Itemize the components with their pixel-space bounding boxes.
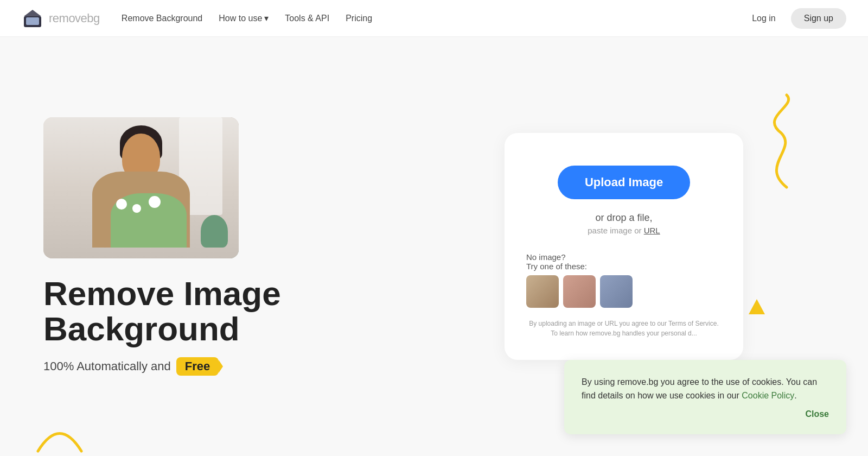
sample-image-1[interactable] (526, 275, 559, 308)
url-link[interactable]: URL (644, 226, 660, 235)
samples-section: No image? Try one of these: (526, 252, 722, 308)
login-button[interactable]: Log in (745, 9, 782, 28)
nav-remove-background[interactable]: Remove Background (122, 14, 202, 23)
nav-tools-api[interactable]: Tools & API (285, 14, 329, 23)
chevron-down-icon: ▾ (264, 13, 269, 23)
sample-image-3[interactable] (600, 275, 633, 308)
decoration-squiggle (749, 90, 803, 200)
no-image-label: No image? Try one of these: (526, 252, 722, 271)
navigation: removebg Remove Background How to use ▾ … (0, 0, 868, 37)
upload-image-button[interactable]: Upload Image (558, 166, 690, 199)
paste-text: paste image or URL (588, 226, 660, 235)
hero-image (43, 117, 239, 258)
svg-marker-3 (749, 299, 765, 314)
cookie-banner: By using remove.bg you agree to the use … (564, 360, 846, 434)
hero-title: Remove Image Background (43, 276, 423, 346)
right-panel: Upload Image or drop a file, paste image… (423, 133, 825, 360)
left-panel: Remove Image Background 100% Automatical… (43, 117, 423, 376)
logo[interactable]: removebg (22, 8, 100, 29)
upload-card: Upload Image or drop a file, paste image… (505, 133, 743, 360)
nav-pricing[interactable]: Pricing (346, 14, 372, 23)
nav-links: Remove Background How to use ▾ Tools & A… (122, 13, 745, 23)
decoration-arc (33, 421, 87, 456)
terms-text: By uploading an image or URL you agree t… (526, 319, 722, 338)
svg-marker-1 (24, 10, 41, 16)
svg-rect-2 (26, 17, 39, 25)
sample-images-row (526, 275, 722, 308)
free-badge: Free (176, 357, 219, 376)
hero-subtitle: 100% Automatically and Free (43, 357, 423, 376)
sample-image-2[interactable] (563, 275, 596, 308)
nav-how-to-use[interactable]: How to use ▾ (219, 13, 269, 23)
logo-icon (22, 8, 43, 29)
signup-button[interactable]: Sign up (791, 8, 846, 29)
nav-actions: Log in Sign up (745, 8, 846, 29)
drop-file-text: or drop a file, (595, 212, 652, 224)
cookie-policy-link[interactable]: Cookie Policy (742, 391, 794, 400)
cookie-close-button[interactable]: Close (805, 409, 829, 419)
cookie-text: By using remove.bg you agree to the use … (582, 375, 829, 403)
decoration-triangle (749, 299, 765, 316)
logo-text: removebg (49, 11, 100, 26)
